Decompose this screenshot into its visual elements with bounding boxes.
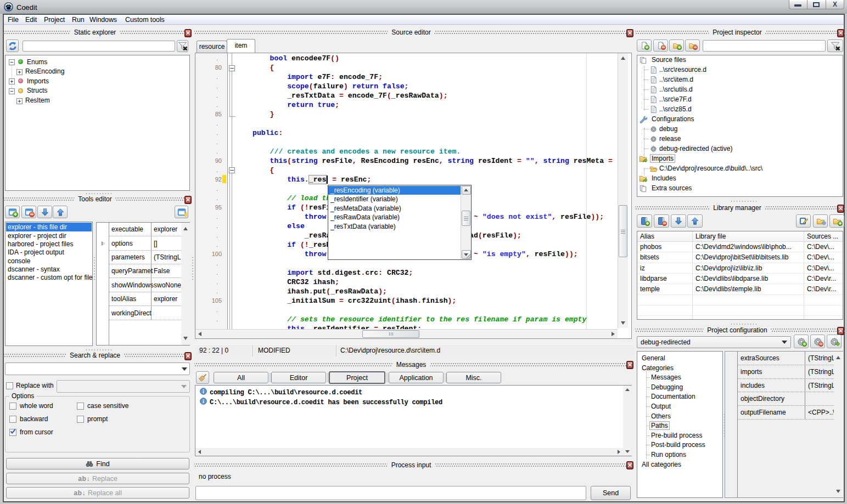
svg-text:⚡: ⚡ [182,212,187,217]
